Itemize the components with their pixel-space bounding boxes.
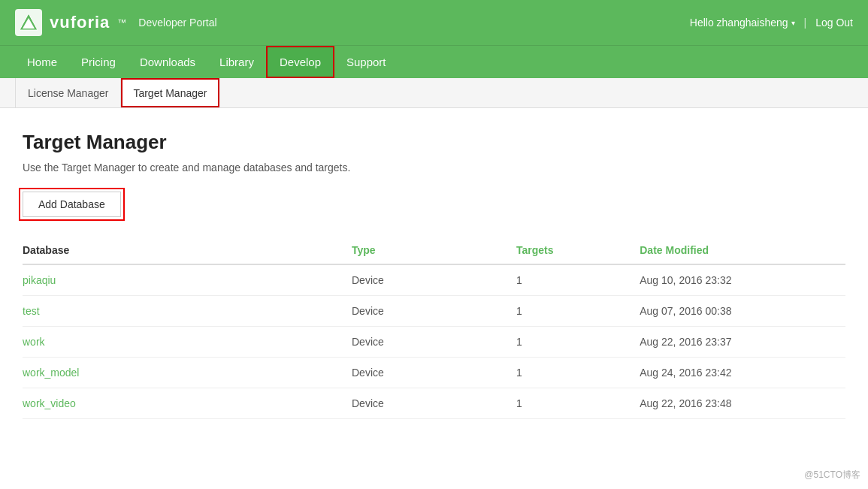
- table-row: test Device 1 Aug 07, 2016 00:38: [23, 296, 845, 327]
- db-targets-cell: 1: [516, 358, 640, 388]
- db-type-cell: Device: [352, 327, 516, 358]
- db-name-cell: test: [23, 296, 352, 327]
- nav-item-develop[interactable]: Develop: [266, 46, 334, 78]
- main-nav: Home Pricing Downloads Library Develop S…: [0, 45, 868, 78]
- db-name-cell: work: [23, 327, 352, 358]
- brand-trademark: ™: [117, 17, 126, 28]
- db-targets-cell: 1: [516, 327, 640, 358]
- table-row: work Device 1 Aug 22, 2016 23:37: [23, 327, 845, 358]
- db-targets-cell: 1: [516, 264, 640, 296]
- nav-item-library[interactable]: Library: [207, 46, 266, 78]
- table-row: work_model Device 1 Aug 24, 2016 23:42: [23, 358, 845, 388]
- user-area: Hello zhanghaisheng ▾ | Log Out: [690, 17, 853, 29]
- db-type-cell: Device: [352, 264, 516, 296]
- table-row: work_video Device 1 Aug 22, 2016 23:48: [23, 388, 845, 419]
- brand-name: vuforia: [50, 13, 110, 32]
- db-name-cell: work_video: [23, 388, 352, 419]
- db-date-cell: Aug 07, 2016 00:38: [640, 296, 845, 327]
- add-database-button[interactable]: Add Database: [23, 192, 121, 217]
- site-header: vuforia™ Developer Portal Hello zhanghai…: [0, 0, 868, 45]
- header-divider: |: [804, 17, 807, 29]
- logout-link[interactable]: Log Out: [815, 17, 853, 29]
- page-description: Use the Target Manager to create and man…: [23, 161, 845, 174]
- db-type-cell: Device: [352, 388, 516, 419]
- db-date-cell: Aug 24, 2016 23:42: [640, 358, 845, 388]
- db-name-cell: pikaqiu: [23, 264, 352, 296]
- db-name-link[interactable]: work: [23, 336, 45, 348]
- db-targets-cell: 1: [516, 388, 640, 419]
- db-type-cell: Device: [352, 296, 516, 327]
- table-row: pikaqiu Device 1 Aug 10, 2016 23:32: [23, 264, 845, 296]
- nav-item-support[interactable]: Support: [334, 46, 398, 78]
- col-header-targets: Targets: [516, 238, 640, 264]
- database-table: Database Type Targets Date Modified pika…: [23, 238, 845, 419]
- page-title: Target Manager: [23, 131, 845, 154]
- nav-item-downloads[interactable]: Downloads: [128, 46, 207, 78]
- nav-item-pricing[interactable]: Pricing: [69, 46, 128, 78]
- db-targets-cell: 1: [516, 296, 640, 327]
- db-name-cell: work_model: [23, 358, 352, 388]
- sub-nav-license-manager[interactable]: License Manager: [15, 78, 121, 107]
- user-greeting-text: Hello zhanghaisheng: [690, 17, 788, 29]
- chevron-down-icon: ▾: [791, 19, 795, 27]
- db-name-link[interactable]: pikaqiu: [23, 274, 56, 286]
- vuforia-logo-icon: [15, 9, 42, 36]
- user-greeting-area[interactable]: Hello zhanghaisheng ▾: [690, 17, 795, 29]
- db-name-link[interactable]: test: [23, 305, 40, 317]
- watermark: @51CTO博客: [804, 469, 860, 481]
- db-name-link[interactable]: work_model: [23, 367, 79, 379]
- col-header-database: Database: [23, 238, 352, 264]
- col-header-date-modified: Date Modified: [640, 238, 845, 264]
- brand-subtitle: Developer Portal: [138, 17, 216, 29]
- db-date-cell: Aug 22, 2016 23:48: [640, 388, 845, 419]
- sub-nav-target-manager[interactable]: Target Manager: [121, 78, 219, 107]
- col-header-type: Type: [352, 238, 516, 264]
- db-date-cell: Aug 10, 2016 23:32: [640, 264, 845, 296]
- main-content: Target Manager Use the Target Manager to…: [0, 108, 868, 442]
- db-type-cell: Device: [352, 358, 516, 388]
- sub-nav: License Manager Target Manager: [0, 78, 868, 108]
- logo-area: vuforia™ Developer Portal: [15, 9, 217, 36]
- nav-item-home[interactable]: Home: [15, 46, 69, 78]
- db-name-link[interactable]: work_video: [23, 397, 76, 409]
- db-date-cell: Aug 22, 2016 23:37: [640, 327, 845, 358]
